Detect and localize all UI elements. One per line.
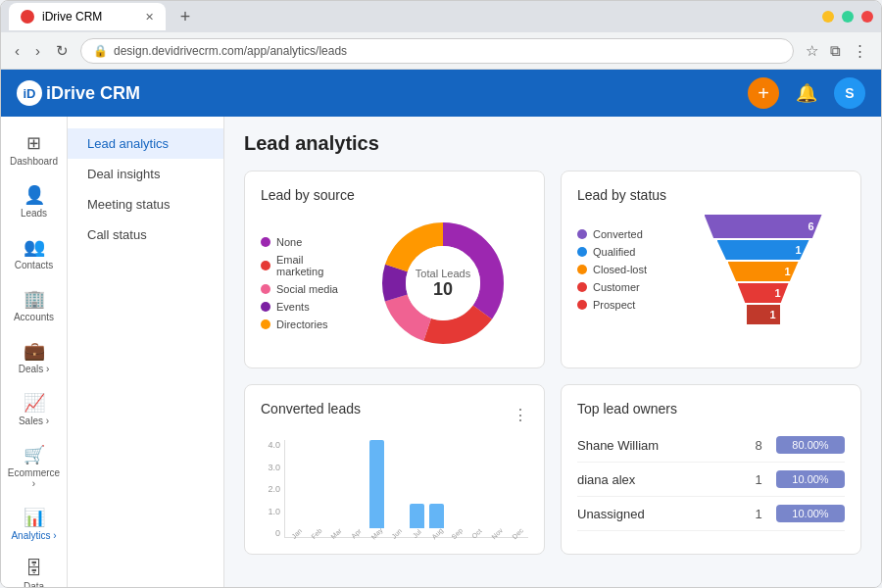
owner-name-diana: diana alex xyxy=(577,472,741,487)
owner-pct-diana: 10.00% xyxy=(776,470,845,488)
donut-content: None Emailmarketing Social media xyxy=(261,215,528,352)
charts-bottom-row: Converted leads ⋮ 4.0 3.0 2.0 1.0 0 xyxy=(244,384,861,555)
sub-nav-call-status[interactable]: Call status xyxy=(68,220,223,250)
legend-directories: Directories xyxy=(261,318,359,330)
page-title: Lead analytics xyxy=(244,132,861,155)
bar-aug: Aug xyxy=(428,440,447,537)
dashboard-icon: ⊞ xyxy=(26,132,41,154)
sub-nav-lead-analytics[interactable]: Lead analytics xyxy=(68,128,223,159)
owner-count-diana: 1 xyxy=(749,472,768,487)
browser-tab[interactable]: iDrive CRM ✕ xyxy=(9,3,166,30)
menu-icon[interactable]: ⋮ xyxy=(849,38,871,64)
owner-row-shane: Shane William 8 80.00% xyxy=(577,428,845,463)
contacts-icon: 👥 xyxy=(24,236,45,258)
owner-pct-shane: 80.00% xyxy=(776,436,845,454)
donut-chart: Total Leads 10 xyxy=(374,215,512,352)
y-axis: 4.0 3.0 2.0 1.0 0 xyxy=(261,440,284,538)
add-btn[interactable]: + xyxy=(748,77,779,109)
legend-events: Events xyxy=(261,301,359,313)
extensions-icon[interactable]: ⧉ xyxy=(826,38,845,64)
tab-favicon xyxy=(21,10,34,24)
label-converted: Converted xyxy=(593,228,643,240)
sub-nav-meeting-status[interactable]: Meeting status xyxy=(68,189,223,220)
back-btn[interactable]: ‹ xyxy=(11,38,24,63)
label-prospect: Prospect xyxy=(593,299,635,311)
label-customer: Customer xyxy=(593,281,640,293)
charts-top-row: Lead by source None Emailmarketing xyxy=(244,171,861,368)
lead-by-status-card: Lead by status Converted Qualified xyxy=(561,171,861,368)
minimize-btn[interactable] xyxy=(822,11,834,23)
bar-feb: Feb xyxy=(308,440,326,537)
sidebar-label-deals: Deals › xyxy=(19,364,50,374)
data-migration-icon: 🗄 xyxy=(25,559,43,579)
funnel-chart: 6 1 1 1 1 xyxy=(681,215,845,324)
label-qualified: Qualified xyxy=(593,246,635,258)
sidebar-item-contacts[interactable]: 👥 Contacts xyxy=(5,228,64,278)
bar-nov: Nov xyxy=(488,440,507,537)
label-closed-lost: Closed-lost xyxy=(593,264,647,275)
legend-dot-events xyxy=(261,302,270,312)
sidebar-item-sales[interactable]: 📈 Sales › xyxy=(5,384,64,434)
sidebar-item-ecommerce[interactable]: 🛒 Ecommerce › xyxy=(5,436,64,497)
funnel-seg-converted: 6 xyxy=(705,215,822,238)
user-avatar[interactable]: S xyxy=(834,77,865,109)
y-3: 3.0 xyxy=(261,463,280,472)
sidebar-item-data-migration[interactable]: 🗄 Data Migration xyxy=(5,551,64,587)
notification-btn[interactable]: 🔔 xyxy=(791,77,822,109)
bar-oct: Oct xyxy=(468,440,487,537)
legend-prospect: Prospect xyxy=(577,299,665,311)
sidebar-label-data-migration: Data Migration xyxy=(9,581,60,587)
total-num: 10 xyxy=(416,279,470,300)
sidebar-item-leads[interactable]: 👤 Leads xyxy=(5,176,64,226)
app-body: ⊞ Dashboard 👤 Leads 👥 Contacts 🏢 Account… xyxy=(1,117,881,587)
sidebar-label-analytics: Analytics › xyxy=(11,530,56,541)
bars-area: Jan Feb Mar Apr May Jun xyxy=(284,440,528,538)
tab-close-btn[interactable]: ✕ xyxy=(145,11,154,24)
logo-icon: iD xyxy=(17,80,42,106)
analytics-icon: 📊 xyxy=(24,507,45,528)
forward-btn[interactable]: › xyxy=(31,38,44,63)
sidebar-item-accounts[interactable]: 🏢 Accounts xyxy=(5,280,64,330)
address-bar[interactable]: 🔒 design.devidrivecrm.com/app/analytics/… xyxy=(80,38,794,64)
owner-row-diana: diana alex 1 10.00% xyxy=(577,463,845,497)
dot-prospect xyxy=(577,300,587,310)
close-btn[interactable] xyxy=(861,11,873,23)
y-4: 4.0 xyxy=(261,440,280,450)
sidebar-item-analytics[interactable]: 📊 Analytics › xyxy=(5,499,64,549)
new-tab-btn[interactable]: + xyxy=(172,3,199,30)
app-name: iDrive CRM xyxy=(46,83,140,104)
funnel-seg-customer: 1 xyxy=(738,283,789,303)
legend-email: Emailmarketing xyxy=(261,254,359,277)
sidebar-item-deals[interactable]: 💼 Deals › xyxy=(5,332,64,382)
bar-apr: Apr xyxy=(348,440,367,537)
legend-social: Social media xyxy=(261,283,359,295)
sub-nav: Lead analytics Deal insights Meeting sta… xyxy=(68,117,224,587)
donut-legend: None Emailmarketing Social media xyxy=(261,236,359,330)
owner-name-shane: Shane William xyxy=(577,438,741,453)
maximize-btn[interactable] xyxy=(842,11,854,23)
converted-leads-title: Converted leads xyxy=(261,401,361,416)
legend-dot-email xyxy=(261,261,270,270)
sales-icon: 📈 xyxy=(24,392,45,414)
dot-closed-lost xyxy=(577,265,587,274)
sidebar-label-ecommerce: Ecommerce › xyxy=(8,467,60,489)
more-options-btn[interactable]: ⋮ xyxy=(513,406,528,424)
total-label: Total Leads xyxy=(416,268,470,279)
browser-frame: iDrive CRM ✕ + ‹ › ↻ 🔒 design.devidrivec… xyxy=(0,0,882,588)
accounts-icon: 🏢 xyxy=(24,288,45,310)
owner-name-unassigned: Unassigned xyxy=(577,507,741,521)
legend-label-social: Social media xyxy=(276,283,338,295)
refresh-btn[interactable]: ↻ xyxy=(52,38,73,64)
sidebar-item-dashboard[interactable]: ⊞ Dashboard xyxy=(5,124,64,174)
owner-count-shane: 8 xyxy=(749,438,768,453)
bookmark-icon[interactable]: ☆ xyxy=(802,38,822,64)
deals-icon: 💼 xyxy=(24,340,45,362)
leads-icon: 👤 xyxy=(24,184,45,206)
legend-dot-directories xyxy=(261,319,270,329)
sidebar-label-leads: Leads xyxy=(21,208,47,219)
donut-center: Total Leads 10 xyxy=(416,268,470,300)
converted-leads-card: Converted leads ⋮ 4.0 3.0 2.0 1.0 0 xyxy=(244,384,545,555)
legend-label-none: None xyxy=(276,236,302,248)
legend-dot-none xyxy=(261,237,270,247)
sub-nav-deal-insights[interactable]: Deal insights xyxy=(68,159,223,189)
